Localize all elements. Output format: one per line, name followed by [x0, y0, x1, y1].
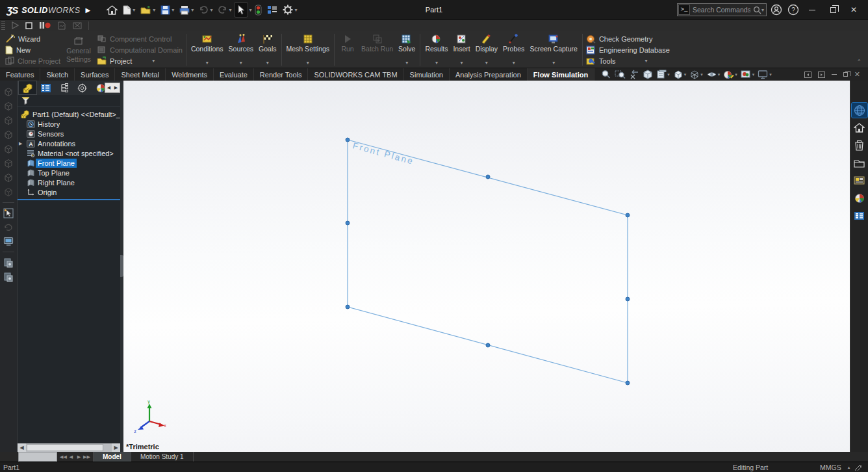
open-button[interactable]: ▾ — [138, 3, 157, 17]
doc-minimize-button[interactable] — [832, 74, 837, 75]
model-tab[interactable]: Model — [93, 452, 131, 462]
screen-capture-dropdown-caret[interactable]: ▾ — [552, 60, 555, 68]
fm-scroll-left[interactable]: ◀ — [105, 83, 112, 92]
redo-button[interactable]: ▾ — [216, 3, 233, 16]
probes-dropdown-caret[interactable]: ▾ — [513, 60, 515, 68]
engineering-database-button[interactable]: Engineering Database — [586, 44, 670, 55]
conditions-button[interactable]: Conditions ▾ — [188, 32, 226, 68]
macro-options-button[interactable] — [70, 21, 85, 31]
doc-restore-button[interactable] — [843, 72, 848, 77]
save-dropdown-caret[interactable]: ▾ — [172, 7, 174, 13]
edit-appearance-caret[interactable]: ▾ — [735, 72, 737, 77]
hide-show-items-button[interactable]: ▾ — [705, 69, 722, 80]
display-dropdown-caret[interactable]: ▾ — [485, 60, 488, 68]
scroll-right-arrow[interactable]: ▶ — [112, 443, 120, 452]
nav-next-button[interactable]: ▶ — [75, 454, 83, 460]
previous-document-button[interactable] — [804, 72, 811, 78]
tree-item-top-plane[interactable]: Top Plane — [18, 168, 120, 177]
minimize-button[interactable] — [803, 3, 821, 17]
rollback-bar[interactable] — [18, 199, 120, 200]
tab-evaluate[interactable]: Evaluate — [214, 68, 254, 81]
design-library-tab[interactable] — [852, 138, 867, 153]
front-plane-sketch[interactable]: Front Plane — [123, 81, 850, 452]
dynamic-annotation-button[interactable]: ▾ — [655, 69, 671, 80]
screen-capture-button[interactable]: Screen Capture ▾ — [527, 32, 580, 68]
plane-handle-point[interactable] — [486, 175, 490, 179]
tab-simulation[interactable]: Simulation — [404, 68, 450, 81]
new-dropdown-caret[interactable]: ▾ — [133, 7, 135, 13]
motion-study-tab[interactable]: Motion Study 1 — [131, 452, 194, 462]
tree-root-part[interactable]: Part1 (Default) <<Default>_Display Sta — [18, 109, 120, 119]
tree-item-front-plane[interactable]: Front Plane — [18, 158, 120, 168]
tree-item-origin[interactable]: Origin — [18, 187, 120, 197]
insert-button[interactable]: Insert ▾ — [450, 32, 472, 68]
new-project-button[interactable]: New — [5, 44, 60, 55]
tools-dropdown-caret[interactable]: ▾ — [645, 58, 648, 64]
view-orientation-button[interactable]: ▾ — [672, 69, 688, 80]
conditions-dropdown-caret[interactable]: ▾ — [206, 60, 209, 68]
mesh-settings-dropdown-caret[interactable]: ▾ — [307, 60, 309, 68]
scroll-left-arrow[interactable]: ◀ — [18, 443, 26, 452]
mesh-settings-button[interactable]: Mesh Settings ▾ — [284, 32, 333, 68]
view-palette-tab[interactable] — [852, 173, 867, 188]
help-button[interactable]: ? — [786, 3, 800, 17]
graphics-viewport[interactable]: Front Plane y x z *Trimetric — [123, 81, 850, 452]
select-tool-button[interactable] — [235, 3, 248, 17]
nav-prev-button[interactable]: ◀ — [68, 454, 75, 460]
general-settings-button[interactable]: General Settings — [62, 32, 96, 68]
rotate-view-button[interactable] — [2, 221, 15, 233]
home-button[interactable] — [105, 3, 120, 17]
wizard-button[interactable]: Wizard — [5, 33, 60, 44]
results-dropdown-caret[interactable]: ▾ — [435, 60, 438, 68]
open-dropdown-caret[interactable]: ▾ — [153, 7, 155, 13]
view-cube-button-4[interactable] — [2, 129, 15, 141]
results-button[interactable]: Results ▾ — [422, 32, 450, 68]
run-macro-button[interactable] — [8, 21, 22, 30]
check-geometry-button[interactable]: Check Geometry — [586, 33, 670, 44]
hide-show-caret[interactable]: ▾ — [718, 72, 721, 77]
appearances-scenes-tab[interactable] — [852, 190, 867, 205]
scrollbar-thumb[interactable] — [27, 444, 103, 451]
search-icon[interactable] — [753, 6, 761, 14]
units-dropdown-caret[interactable]: ▴ — [848, 465, 850, 470]
component-control-button[interactable]: Component Control — [97, 33, 183, 44]
nav-last-button[interactable]: ▶▶ — [83, 454, 90, 460]
view-cube-button-8[interactable] — [2, 186, 15, 198]
tab-features[interactable]: Features — [0, 68, 40, 81]
close-button[interactable]: ✕ — [845, 3, 863, 17]
view-cube-button-5[interactable] — [2, 143, 15, 155]
status-tag-button[interactable] — [855, 464, 863, 471]
property-manager-tab[interactable] — [37, 81, 55, 94]
zoom-to-area-button[interactable] — [613, 69, 627, 80]
view-cube-button-2[interactable] — [2, 100, 15, 112]
design-library-home-tab[interactable] — [852, 120, 867, 135]
insert-dropdown-caret[interactable]: ▾ — [461, 60, 463, 68]
plane-handle-point[interactable] — [486, 343, 490, 347]
probes-button[interactable]: Probes ▾ — [500, 32, 527, 68]
account-button[interactable] — [769, 3, 784, 17]
select-dropdown-caret[interactable]: ▾ — [249, 7, 251, 13]
restore-button[interactable] — [824, 3, 842, 17]
new-document-button[interactable]: ▾ — [121, 3, 137, 17]
project-menu-button[interactable]: Project ▾ — [97, 55, 183, 66]
tools-menu-button[interactable]: Tools ▾ — [586, 55, 670, 66]
new-macro-button[interactable] — [54, 21, 70, 31]
ribbon-collapse-chevron[interactable]: ⌃ — [856, 59, 862, 65]
fm-scroll-right[interactable]: ▶ — [112, 83, 120, 92]
doc-close-button[interactable]: ✕ — [854, 70, 860, 79]
copy-settings-button-2[interactable] — [2, 270, 15, 283]
pane-split-handle[interactable] — [18, 452, 57, 462]
stop-macro-button[interactable] — [22, 21, 36, 30]
edit-appearance-button[interactable]: ▾ — [722, 69, 739, 80]
select-mode-button[interactable] — [2, 207, 15, 219]
undo-button[interactable]: ▾ — [197, 3, 214, 16]
annotation-views-caret[interactable]: ▾ — [667, 72, 670, 77]
tab-weldments[interactable]: Weldments — [166, 68, 214, 81]
interference-light-button[interactable] — [253, 3, 264, 18]
tab-render-tools[interactable]: Render Tools — [254, 68, 309, 81]
tree-filter-row[interactable] — [18, 95, 120, 107]
plane-handle-point[interactable] — [346, 305, 350, 309]
search-dropdown-caret[interactable]: ▾ — [761, 7, 765, 13]
tab-surfaces[interactable]: Surfaces — [75, 68, 115, 81]
scrollbar-track[interactable] — [26, 443, 112, 452]
